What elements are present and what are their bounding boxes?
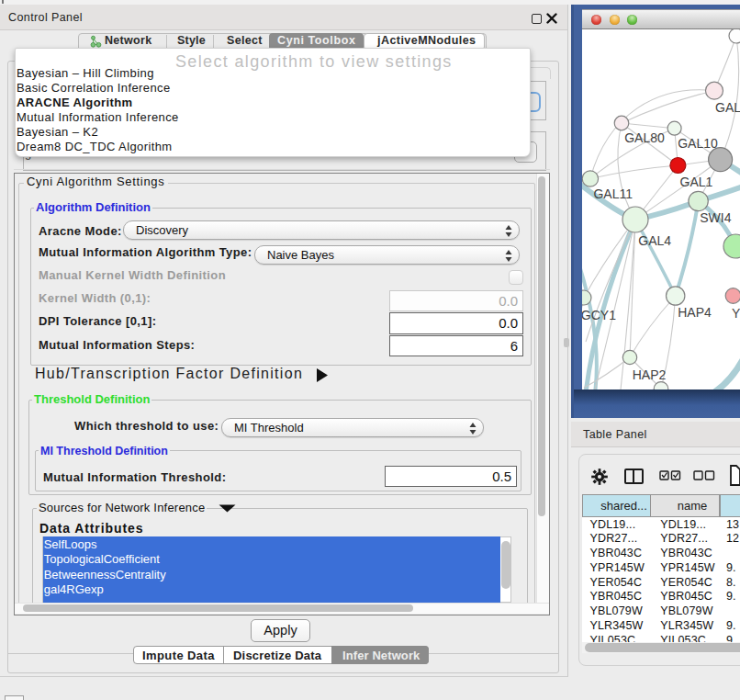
svg-text:YE: YE xyxy=(732,306,740,321)
svg-text:HAP2: HAP2 xyxy=(633,367,667,382)
svg-text:GAL11: GAL11 xyxy=(593,186,633,201)
svg-text:SWI4: SWI4 xyxy=(700,210,731,225)
svg-text:GCY1: GCY1 xyxy=(582,308,616,322)
svg-text:GAL7: GAL7 xyxy=(715,100,740,115)
svg-text:GAL80: GAL80 xyxy=(624,130,665,145)
svg-text:HAP4: HAP4 xyxy=(678,305,712,320)
svg-text:GAL1: GAL1 xyxy=(680,175,713,189)
svg-text:GAL10: GAL10 xyxy=(678,136,718,151)
svg-text:GAL4: GAL4 xyxy=(638,233,671,248)
